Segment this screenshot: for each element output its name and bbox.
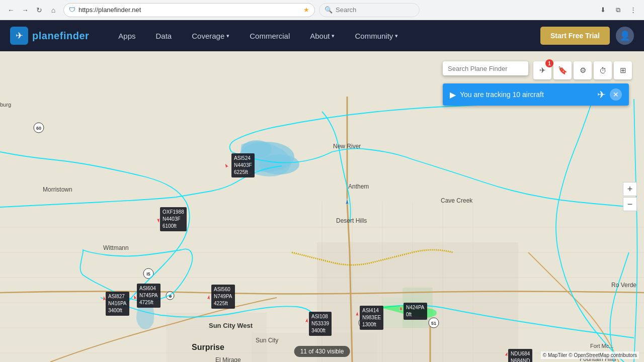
chevron-down-icon: ▾ — [395, 33, 398, 39]
visible-count-badge: 11 of 430 visible — [294, 346, 350, 357]
browser-actions: ⬇ ⧉ ⋮ — [597, 4, 639, 16]
map-toolbar: ✈ 1 🔖 ⚙ ⏱ ⊞ — [533, 61, 632, 79]
search-icon: 🔍 — [325, 6, 333, 14]
browser-search[interactable]: 🔍 Search — [319, 3, 420, 17]
banner-arrow-icon[interactable]: ▶ — [450, 90, 456, 100]
tracking-banner: ▶ You are tracking 10 aircraft ✈ ✕ — [443, 83, 629, 106]
logo[interactable]: ✈ planefinder — [10, 27, 89, 45]
nav-item-apps[interactable]: Apps — [109, 28, 144, 44]
download-button[interactable]: ⬇ — [597, 4, 609, 16]
url-text: https://planefinder.net — [78, 6, 141, 14]
map-search-input[interactable] — [448, 65, 532, 72]
nav-menu: Apps Data Coverage ▾ Commercial About ▾ … — [109, 28, 540, 44]
nav-item-coverage[interactable]: Coverage ▾ — [183, 28, 238, 44]
back-button[interactable]: ← — [5, 4, 17, 16]
nav-item-commercial[interactable]: Commercial — [240, 28, 299, 44]
browser-nav-buttons: ← → ↻ ⌂ — [5, 4, 59, 16]
zoom-in-button[interactable]: + — [623, 182, 637, 196]
forward-button[interactable]: → — [19, 4, 31, 16]
tracking-text: You are tracking 10 aircraft — [460, 90, 593, 99]
menu-button[interactable]: ⋮ — [627, 4, 639, 16]
address-bar[interactable]: 🛡 https://planefinder.net ★ — [63, 3, 315, 17]
nav-item-community[interactable]: Community ▾ — [346, 28, 407, 44]
browser-chrome: ← → ↻ ⌂ 🛡 https://planefinder.net ★ 🔍 Se… — [0, 0, 644, 20]
zoom-controls: + − — [623, 182, 637, 211]
settings-button[interactable]: ⚙ — [574, 61, 592, 79]
bookmark-button[interactable]: 🔖 — [553, 61, 572, 79]
svg-text:51: 51 — [431, 321, 436, 326]
nav-item-about[interactable]: About ▾ — [301, 28, 344, 44]
search-placeholder: Search — [336, 6, 356, 14]
home-button[interactable]: ⌂ — [47, 4, 59, 16]
chevron-down-icon: ▾ — [226, 33, 229, 39]
chevron-down-icon: ▾ — [332, 33, 335, 39]
svg-text:I10: I10 — [361, 321, 367, 326]
map-attribution: © MapTiler © OpenStreetMap contributors — [541, 351, 639, 359]
nav-item-data[interactable]: Data — [147, 28, 181, 44]
notification-badge: 1 — [545, 59, 553, 67]
zoom-out-button[interactable]: − — [623, 197, 637, 211]
map-container[interactable]: I5 60 ⊕ I10 51 — [0, 51, 644, 362]
user-avatar[interactable]: 👤 — [616, 27, 634, 45]
start-free-trial-button[interactable]: Start Free Trial — [540, 27, 610, 45]
map-search-bar[interactable]: 🔍 — [443, 61, 528, 75]
extensions-button[interactable]: ⧉ — [612, 4, 624, 16]
bookmark-icon[interactable]: ★ — [303, 6, 309, 14]
shield-icon: 🛡 — [69, 6, 75, 14]
logo-icon: ✈ — [10, 27, 28, 45]
logo-text: planefinder — [32, 30, 89, 42]
logo-text-first: plane — [32, 30, 60, 41]
plane-tracker-button[interactable]: ✈ 1 — [533, 61, 551, 79]
logo-text-second: finder — [60, 30, 90, 41]
layers-button[interactable]: ⊞ — [614, 61, 632, 79]
svg-text:I5: I5 — [146, 272, 150, 277]
plane-icon: ✈ — [597, 88, 606, 101]
svg-text:60: 60 — [36, 126, 41, 131]
history-button[interactable]: ⏱ — [594, 61, 612, 79]
navbar: ✈ planefinder Apps Data Coverage ▾ Comme… — [0, 20, 644, 51]
refresh-button[interactable]: ↻ — [33, 4, 45, 16]
close-button[interactable]: ✕ — [610, 88, 622, 101]
